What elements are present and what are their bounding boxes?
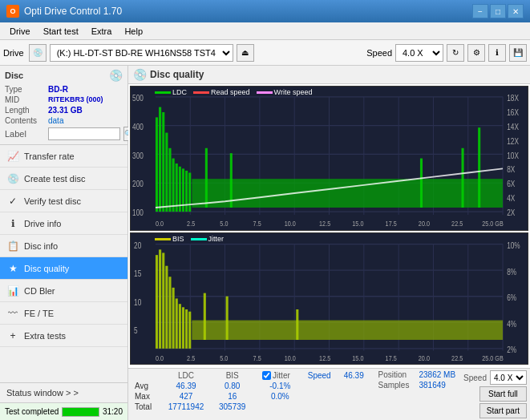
menu-bar: Drive Start test Extra Help xyxy=(0,22,530,40)
nav-create-test-disc[interactable]: 💿 Create test disc xyxy=(0,168,127,190)
svg-rect-18 xyxy=(162,112,164,212)
minimize-button[interactable]: − xyxy=(472,4,488,18)
svg-rect-30 xyxy=(420,159,423,208)
svg-rect-16 xyxy=(156,117,158,212)
svg-rect-28 xyxy=(205,148,208,208)
svg-rect-17 xyxy=(159,107,161,212)
save-button[interactable]: 💾 xyxy=(509,44,527,62)
start-buttons: Start full Start part xyxy=(479,386,527,418)
svg-text:22.5: 22.5 xyxy=(451,353,463,362)
nav-disc-info-label: Disc info xyxy=(24,241,58,251)
nav-cd-bler[interactable]: 📊 CD Bler xyxy=(0,280,127,302)
max-ldc: 427 xyxy=(160,391,212,402)
svg-text:14X: 14X xyxy=(507,123,519,131)
drive-select[interactable]: (K:) HL-DT-ST BD-RE WH16NS58 TST4 xyxy=(50,44,233,62)
svg-text:10X: 10X xyxy=(507,151,519,160)
status-window-button[interactable]: Status window > > xyxy=(0,383,127,402)
svg-text:400: 400 xyxy=(132,123,144,131)
disc-quality-icon: ★ xyxy=(6,263,19,274)
speed-selector-label: Speed xyxy=(463,374,487,382)
app-icon: O xyxy=(6,5,19,18)
nav-disc-quality[interactable]: ★ Disc quality xyxy=(0,257,127,280)
speed-select[interactable]: 1.0 X2.0 X4.0 X6.0 X8.0 X xyxy=(395,44,443,62)
nav-items: 📈 Transfer rate 💿 Create test disc ✓ Ver… xyxy=(0,145,127,382)
position-value: 23862 MB xyxy=(419,370,455,379)
svg-rect-82 xyxy=(182,307,184,349)
read-speed-color xyxy=(193,91,209,94)
info-button[interactable]: ℹ xyxy=(488,44,506,62)
stats-row-max: Max 427 16 0.0% xyxy=(131,391,370,402)
svg-text:6X: 6X xyxy=(507,180,515,189)
refresh-button[interactable]: ↻ xyxy=(447,44,464,62)
write-speed-label: Write speed xyxy=(274,88,313,96)
nav-create-test-disc-label: Create test disc xyxy=(24,174,85,184)
eject-button[interactable]: ⏏ xyxy=(237,44,254,62)
svg-text:100: 100 xyxy=(132,208,144,217)
jitter-checkbox[interactable] xyxy=(262,371,271,380)
read-speed-legend: Read speed xyxy=(193,88,250,96)
drive-icon-btn[interactable]: 💿 xyxy=(29,44,47,62)
nav-transfer-rate[interactable]: 📈 Transfer rate xyxy=(0,145,127,168)
nav-disc-quality-label: Disc quality xyxy=(24,264,69,273)
type-label: Type xyxy=(5,85,45,94)
svg-rect-85 xyxy=(192,321,503,340)
settings-button[interactable]: ⚙ xyxy=(467,44,485,62)
svg-rect-19 xyxy=(165,133,168,212)
svg-rect-32 xyxy=(478,127,480,208)
menu-drive[interactable]: Drive xyxy=(3,22,37,40)
bis-col-header: BIS xyxy=(212,370,253,381)
nav-fe-te[interactable]: 〰 FE / TE xyxy=(0,302,127,325)
ldc-label: LDC xyxy=(172,88,187,96)
status-window-label: Status window > > xyxy=(6,388,79,398)
nav-verify-test-disc[interactable]: ✓ Verify test disc xyxy=(0,190,127,212)
svg-text:2X: 2X xyxy=(507,208,515,217)
samples-row: Samples 381649 xyxy=(378,381,455,390)
bis-color xyxy=(155,238,171,240)
nav-extra-tests[interactable]: + Extra tests xyxy=(0,325,127,347)
menu-help[interactable]: Help xyxy=(118,22,149,40)
samples-value: 381649 xyxy=(419,381,445,390)
speed-col-header: Speed xyxy=(301,370,338,381)
disc-quality-header-title: Disc quality xyxy=(150,69,204,80)
svg-rect-83 xyxy=(185,309,188,349)
svg-text:2%: 2% xyxy=(507,345,516,354)
verify-test-disc-icon: ✓ xyxy=(6,196,19,207)
menu-start-test[interactable]: Start test xyxy=(37,22,85,40)
transfer-rate-icon: 📈 xyxy=(6,151,19,162)
svg-text:5.0: 5.0 xyxy=(220,353,228,362)
start-full-button[interactable]: Start full xyxy=(479,386,527,402)
svg-rect-21 xyxy=(172,159,175,212)
maximize-button[interactable]: □ xyxy=(490,4,506,18)
svg-text:22.5: 22.5 xyxy=(451,220,463,228)
nav-transfer-rate-label: Transfer rate xyxy=(24,151,75,161)
drive-label: Drive xyxy=(3,48,24,58)
chart2: BIS Jitter xyxy=(130,232,528,365)
label-label: Label xyxy=(5,129,45,139)
nav-drive-info-label: Drive info xyxy=(24,219,61,228)
svg-text:20: 20 xyxy=(134,240,141,250)
close-button[interactable]: ✕ xyxy=(508,4,524,18)
menu-extra[interactable]: Extra xyxy=(85,22,119,40)
contents-label: Contents xyxy=(5,116,45,125)
disc-section-title: Disc xyxy=(5,71,23,80)
start-part-button[interactable]: Start part xyxy=(479,403,527,418)
svg-rect-77 xyxy=(165,266,168,349)
nav-verify-test-disc-label: Verify test disc xyxy=(24,196,81,206)
disc-icon: 💿 xyxy=(109,69,123,82)
svg-text:20.0: 20.0 xyxy=(419,353,430,362)
max-jitter: 0.0% xyxy=(259,391,301,402)
bottom-left: Status window > > Test completed 31:20 xyxy=(0,382,127,420)
sidebar: Disc 💿 Type BD-R MID RITEKBR3 (000) Leng… xyxy=(0,66,128,420)
length-label: Length xyxy=(5,106,45,115)
label-input[interactable] xyxy=(48,127,120,140)
ldc-legend: LDC xyxy=(155,88,187,96)
nav-disc-info[interactable]: 📋 Disc info xyxy=(0,235,127,257)
nav-drive-info[interactable]: ℹ Drive info xyxy=(0,212,127,235)
svg-text:15.0: 15.0 xyxy=(352,220,363,228)
speed-selector[interactable]: 4.0 X xyxy=(490,370,527,385)
bis-label: BIS xyxy=(172,235,184,243)
avg-jitter: -0.1% xyxy=(259,381,301,391)
svg-rect-74 xyxy=(156,255,158,349)
length-value: 23.31 GB xyxy=(48,106,83,115)
type-value: BD-R xyxy=(48,85,68,94)
